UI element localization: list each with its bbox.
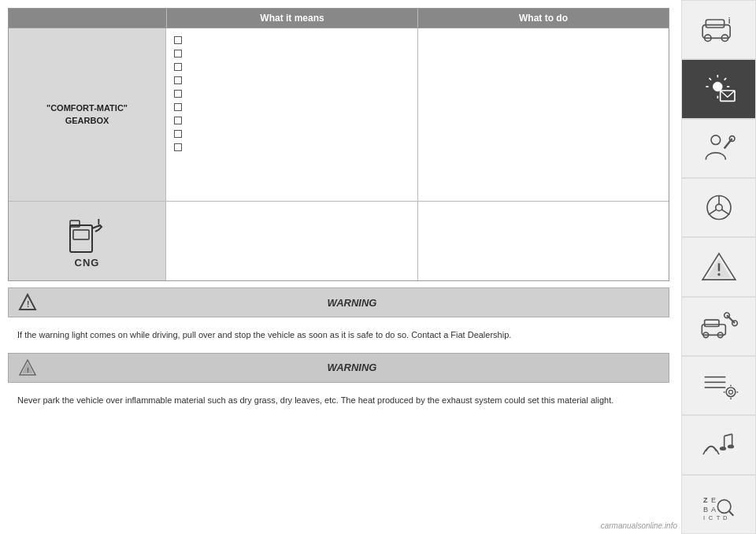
car-info-icon: i [699, 12, 739, 47]
col-means-header: What it means [166, 9, 418, 28]
road-triangle-svg: ! [18, 358, 37, 377]
cng-todo-cell [418, 202, 669, 280]
svg-line-38 [727, 315, 735, 323]
table-header: What it means What to do [9, 9, 669, 28]
sidebar-item-person[interactable] [681, 119, 756, 178]
person-icon [699, 131, 739, 166]
svg-text:E: E [711, 496, 716, 504]
svg-point-33 [717, 273, 720, 276]
warning-body-1: If the warning light comes on while driv… [8, 324, 669, 347]
sidebar-item-car-info[interactable]: i [681, 0, 756, 59]
bullet-row [174, 35, 410, 44]
cng-label: CNG [75, 257, 100, 269]
warning-road-icon: ! [18, 358, 37, 377]
svg-line-29 [721, 210, 729, 215]
sidebar-item-alphabet[interactable]: Z B E A I C T D [681, 475, 756, 534]
cng-row: ! CNG [9, 202, 669, 280]
svg-text:B: B [703, 505, 708, 513]
bullet-icon [174, 143, 182, 151]
settings-list-icon [699, 368, 739, 403]
indicator-cell: "COMFORT-MATIC"GEARBOX [9, 28, 166, 201]
sidebar-item-car-tools[interactable] [681, 297, 756, 356]
bullet-icon [174, 36, 182, 44]
table-row: "COMFORT-MATIC"GEARBOX [9, 28, 669, 202]
svg-text:!: ! [97, 217, 101, 229]
warning-light-icon [699, 71, 739, 106]
svg-text:A: A [711, 505, 717, 513]
triangle-svg: ! [18, 293, 37, 312]
svg-text:D: D [723, 514, 728, 521]
warning-label-1: WARNING [45, 297, 659, 309]
road-warning-icon [699, 249, 739, 284]
svg-line-23 [724, 139, 732, 149]
bullet-row [174, 115, 410, 124]
fuel-pump-icon: ! [67, 214, 108, 255]
sidebar-item-steering[interactable] [681, 178, 756, 237]
sidebar-item-settings-list[interactable] [681, 356, 756, 415]
sidebar-item-warning-light[interactable] [681, 59, 756, 118]
svg-rect-10 [706, 20, 724, 28]
indicator-label: "COMFORT-MATIC"GEARBOX [46, 102, 128, 127]
svg-rect-2 [73, 230, 89, 239]
svg-point-53 [719, 447, 725, 451]
main-content: What it means What to do "COMFORT-MATIC"… [0, 0, 677, 534]
bullet-icon [174, 63, 182, 71]
bullet-icon [174, 103, 182, 111]
alphabet-icon: Z B E A I C T D [699, 487, 739, 522]
watermark: carmanualsonline.info [601, 521, 677, 530]
bullet-row [174, 48, 410, 57]
bullet-row [174, 75, 410, 84]
svg-point-45 [728, 390, 732, 394]
cng-icon-wrapper: ! CNG [67, 214, 108, 269]
svg-point-22 [711, 135, 721, 145]
bullet-icon [174, 117, 182, 124]
col-todo-header: What to do [418, 9, 669, 28]
svg-line-20 [724, 79, 726, 81]
sidebar-item-road-warning[interactable] [681, 237, 756, 296]
bullet-icon [174, 90, 182, 98]
bullet-icon [174, 76, 182, 84]
svg-text:!: ! [27, 366, 29, 374]
svg-point-44 [726, 388, 736, 397]
bullet-icon [174, 50, 182, 57]
col-indicator-header [9, 9, 166, 28]
main-table: What it means What to do "COMFORT-MATIC"… [8, 8, 669, 281]
sidebar-item-music-signal[interactable] [681, 415, 756, 474]
bullet-row [174, 128, 410, 138]
svg-text:I: I [703, 514, 705, 521]
cng-indicator-cell: ! CNG [9, 202, 166, 280]
warning-triangle-icon: ! [18, 293, 37, 312]
bullet-row [174, 88, 410, 98]
car-tools-icon [699, 309, 739, 344]
svg-line-51 [724, 435, 732, 437]
svg-line-19 [709, 79, 711, 81]
svg-line-28 [708, 210, 716, 215]
svg-text:T: T [716, 514, 720, 521]
steering-icon [699, 190, 739, 225]
svg-rect-35 [704, 320, 718, 326]
svg-text:C: C [708, 514, 713, 521]
svg-point-26 [715, 204, 721, 210]
bullet-row [174, 61, 410, 71]
svg-point-59 [717, 499, 731, 513]
warning-label-2: WARNING [45, 362, 659, 373]
svg-point-14 [713, 83, 722, 92]
cng-means-cell [166, 202, 418, 280]
sidebar: i [681, 0, 756, 534]
bullet-icon [174, 130, 182, 138]
svg-line-60 [728, 511, 733, 516]
todo-cell [418, 28, 669, 201]
means-cell [166, 28, 418, 201]
bullet-row [174, 142, 410, 151]
svg-point-39 [724, 313, 729, 318]
music-signal-icon [699, 427, 739, 462]
warning-body-2: Never park the vehicle over inflammable … [8, 389, 669, 412]
svg-text:!: ! [27, 300, 29, 309]
svg-point-54 [727, 445, 733, 449]
svg-text:Z: Z [703, 496, 708, 504]
bullet-row [174, 102, 410, 111]
warning-bar-2: ! WARNING [8, 353, 669, 383]
svg-text:i: i [728, 17, 730, 25]
warning-bar-1: ! WARNING [8, 287, 669, 317]
